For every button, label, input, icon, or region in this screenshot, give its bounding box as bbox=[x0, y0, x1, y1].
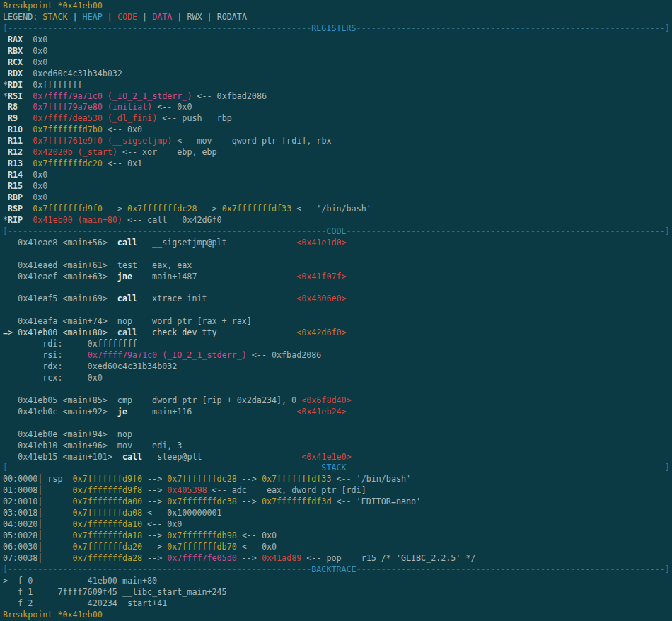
call-arg-rdx: rdx: 0xed60c4c31b34b032 bbox=[3, 361, 672, 373]
section-divider: [---------------------------------------… bbox=[3, 23, 311, 33]
section-divider: [---------------------------------------… bbox=[3, 564, 311, 574]
stack-row-6: 06:0030│ 0x7fffffffda20 --> 0x7fffffffdb… bbox=[3, 542, 672, 553]
register-row-rax: RAX 0x0 bbox=[3, 35, 672, 46]
register-row-r8: R8 0x7ffff79a7e80 (initial) <-- 0x0 bbox=[3, 102, 672, 113]
code-blank-line bbox=[3, 384, 672, 395]
backtrace-frame-2: f 2 420234 _start+41 bbox=[3, 598, 672, 610]
register-row-r14: R14 0x0 bbox=[3, 170, 672, 181]
register-row-rcx: RCX 0x0 bbox=[3, 57, 672, 69]
section-title: STACK bbox=[321, 463, 346, 472]
register-row-r15: R15 0x0 bbox=[3, 181, 672, 192]
register-row-rsp: RSP 0x7fffffffd9f0 --> 0x7fffffffdc28 --… bbox=[3, 204, 672, 215]
backtrace-frame-1: f 1 7ffff7609f45 __libc_start_main+245 bbox=[3, 587, 672, 598]
code-line-main+56: 0x41eae8 <main+56> call __sigsetjmp@plt … bbox=[3, 238, 672, 249]
stack-row-7: 07:0038│ 0x7fffffffda28 --> 0x7ffff7fe05… bbox=[3, 553, 672, 564]
stack-row-3: 03:0018│ 0x7fffffffda08 <-- 0x100000001 bbox=[3, 508, 672, 519]
code-line-main+85: 0x41eb05 <main+85> cmp dword ptr [rip + … bbox=[3, 395, 672, 407]
register-row-rsi: *RSI 0x7ffff79a71c0 (_IO_2_1_stderr_) <-… bbox=[3, 91, 672, 103]
backtrace-frame-0: > f 0 41eb00 main+80 bbox=[3, 576, 672, 587]
stack-row-4: 04:0020│ 0x7fffffffda10 <-- 0x0 bbox=[3, 519, 672, 530]
section-title: REGISTERS bbox=[311, 23, 356, 33]
code-section-header: [---------------------------------------… bbox=[3, 226, 672, 238]
register-row-rbx: RBX 0x0 bbox=[3, 46, 672, 57]
stack-section-header: [---------------------------------------… bbox=[3, 463, 672, 474]
register-row-r13: R13 0x7fffffffdc20 <-- 0x1 bbox=[3, 158, 672, 170]
call-arg-rcx: rcx: 0x0 bbox=[3, 373, 672, 384]
code-line-main+61: 0x41eaed <main+61> test eax, eax bbox=[3, 260, 672, 272]
section-title: CODE bbox=[326, 226, 346, 236]
register-row-r10: R10 0x7fffffffd7b0 <-- 0x0 bbox=[3, 124, 672, 136]
call-arg-rsi: rsi: 0x7ffff79a71c0 (_IO_2_1_stderr_) <-… bbox=[3, 350, 672, 361]
stack-row-2: 02:0010│ 0x7fffffffda00 --> 0x7fffffffdc… bbox=[3, 497, 672, 508]
breakpoint-message-bottom: Breakpoint *0x41eb00 bbox=[3, 610, 672, 621]
legend-row: LEGEND: STACK | HEAP | CODE | DATA | RWX… bbox=[3, 12, 672, 23]
section-divider: ----------------------------------------… bbox=[347, 226, 670, 236]
code-line-main+63: 0x41eaef <main+63> jne main+1487 <0x41f0… bbox=[3, 272, 672, 283]
code-line-current: => 0x41eb00 <main+80> call check_dev_tty… bbox=[3, 327, 672, 339]
registers-section-header: [---------------------------------------… bbox=[3, 23, 672, 35]
stack-row-5: 05:0028│ 0x7fffffffda18 --> 0x7fffffffdb… bbox=[3, 530, 672, 542]
section-divider: ----------------------------------------… bbox=[357, 23, 670, 33]
code-line-main+69: 0x41eaf5 <main+69> call xtrace_init <0x4… bbox=[3, 294, 672, 305]
section-divider: ----------------------------------------… bbox=[357, 564, 670, 574]
register-row-r11: R11 0x7ffff761e9f0 (__sigsetjmp) <-- mov… bbox=[3, 136, 672, 147]
debugger-terminal[interactable]: Breakpoint *0x41eb00LEGEND: STACK | HEAP… bbox=[0, 0, 672, 621]
register-row-rdx: RDX 0xed60c4c31b34b032 bbox=[3, 69, 672, 80]
code-blank-line bbox=[3, 418, 672, 429]
register-row-rip: *RIP 0x41eb00 (main+80) <-- call 0x42d6f… bbox=[3, 215, 672, 226]
code-blank-line bbox=[3, 249, 672, 260]
breakpoint-message-top: Breakpoint *0x41eb00 bbox=[3, 1, 672, 12]
code-blank-line bbox=[3, 305, 672, 316]
code-line-main+74: 0x41eafa <main+74> nop word ptr [rax + r… bbox=[3, 316, 672, 327]
section-divider: [---------------------------------------… bbox=[3, 463, 321, 472]
register-row-r12: R12 0x42020b (_start) <-- xor ebp, ebp bbox=[3, 147, 672, 158]
section-title: BACKTRACE bbox=[311, 564, 356, 574]
code-line-main+94: 0x41eb0e <main+94> nop bbox=[3, 429, 672, 441]
stack-row-0: 00:0000│ rsp 0x7fffffffd9f0 --> 0x7fffff… bbox=[3, 474, 672, 485]
code-blank-line bbox=[3, 282, 672, 294]
call-arg-rdi: rdi: 0xffffffff bbox=[3, 339, 672, 350]
section-divider: [---------------------------------------… bbox=[3, 226, 326, 236]
register-row-r9: R9 0x7ffff7dea530 (_dl_fini) <-- push rb… bbox=[3, 113, 672, 124]
code-line-main+92: 0x41eb0c <main+92> je main+116 <0x41eb24… bbox=[3, 407, 672, 418]
register-row-rbp: RBP 0x0 bbox=[3, 192, 672, 204]
register-row-rdi: *RDI 0xffffffff bbox=[3, 80, 672, 91]
backtrace-section-header: [---------------------------------------… bbox=[3, 564, 672, 576]
section-divider: ----------------------------------------… bbox=[347, 463, 670, 472]
stack-row-1: 01:0008│ 0x7fffffffd9f8 --> 0x405398 <--… bbox=[3, 485, 672, 497]
code-line-main+96: 0x41eb10 <main+96> mov edi, 3 bbox=[3, 441, 672, 452]
code-line-main+101: 0x41eb15 <main+101> call sleep@plt <0x41… bbox=[3, 452, 672, 463]
